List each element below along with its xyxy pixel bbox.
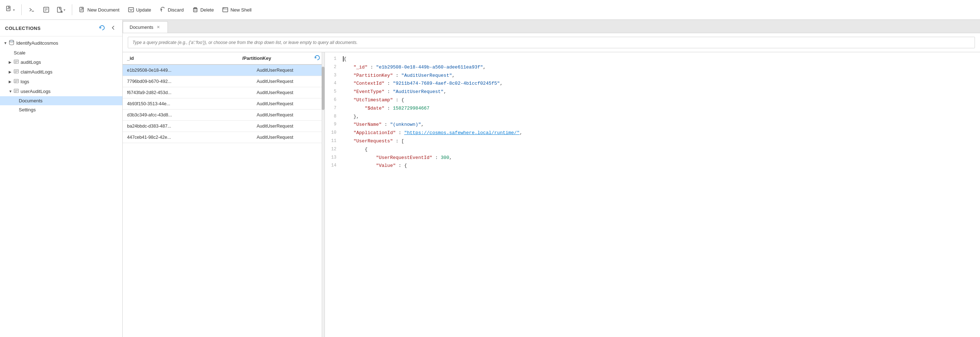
tree-item-settings[interactable]: Settings — [0, 105, 123, 114]
json-line-content: "UserName" : "(unknown)", — [342, 121, 980, 129]
json-line: 3 "PartitionKey" : "AuditUserRequest", — [325, 72, 980, 80]
content-area: Documents ✕ _id /PartitionKey — [123, 20, 980, 337]
update-btn[interactable]: Update — [124, 5, 155, 15]
json-line-content: "UserRequestEventId" : 300, — [342, 154, 980, 162]
json-line-content: "Value" : { — [342, 162, 980, 170]
doc-row[interactable]: d3b3c349-afcc-43d8... AuditUserRequest — [123, 109, 325, 121]
tree-label-userauditlogs: userAuditLogs — [21, 89, 51, 94]
expand-icon-settings — [14, 108, 19, 112]
tree-item-auditlogs[interactable]: ▶ auditLogs — [0, 57, 123, 67]
json-line-content: "_id" : "e1b29508-0e18-449b-a560-adee611… — [342, 64, 980, 71]
tree-item-logs[interactable]: ▶ logs — [0, 77, 123, 87]
doc-row[interactable]: 4b93f150-3513-44e... AuditUserRequest — [123, 98, 325, 109]
json-line: 4 "ContextId" : "9211b474-7689-4aef-8c02… — [325, 80, 980, 88]
new-document-icon — [6, 6, 12, 14]
svg-point-21 — [10, 40, 14, 42]
discard-btn[interactable]: Discard — [156, 5, 187, 15]
json-line-content: "$date" : 1582729984667 — [342, 105, 980, 112]
refresh-collections-btn[interactable] — [98, 24, 107, 32]
doc-row[interactable]: e1b29508-0e18-449... AuditUserRequest — [123, 65, 325, 76]
doc-list-header: _id /PartitionKey — [123, 52, 325, 65]
tree-item-userauditlogs[interactable]: ▼ userAuditLogs — [0, 87, 123, 96]
expand-icon-userauditlogs: ▼ — [9, 89, 14, 93]
query-input[interactable] — [128, 37, 975, 48]
collection-icon-auditlogs — [14, 59, 19, 65]
new-document-icon-group[interactable]: ▾ — [3, 3, 18, 16]
line-number: 12 — [325, 146, 342, 153]
expand-icon-scale — [9, 51, 14, 55]
json-line-content: "PartitionKey" : "AuditUserRequest", — [342, 72, 980, 80]
new-shell-btn[interactable]: New Shell — [219, 5, 255, 15]
export-icon-group[interactable]: ▾ — [54, 5, 68, 15]
json-line: 7 "$date" : 1582729984667 — [325, 104, 980, 113]
doc-cell-id: e1b29508-0e18-449... — [123, 68, 252, 73]
doc-cell-pk: AuditUserRequest — [252, 101, 325, 106]
json-line: 6 "UtcTimestamp" : { — [325, 96, 980, 104]
expand-icon-auditlogs: ▶ — [9, 60, 14, 64]
doc-cell-id: ba24bbdc-d383-487... — [123, 123, 252, 129]
doc-cell-pk: AuditUserRequest — [252, 123, 325, 129]
json-viewer[interactable]: 1{2 "_id" : "e1b29508-0e18-449b-a560-ade… — [325, 52, 980, 337]
tree-label-root: IdentifyAuditcosmos — [16, 40, 58, 46]
new-document-btn[interactable]: New Document — [76, 5, 123, 15]
sidebar-header: COLLECTIONS — [0, 20, 123, 36]
json-line-content: { — [342, 55, 980, 63]
tree-label-logs: logs — [21, 79, 29, 84]
sidebar: COLLECTIONS ▼ IdentifyAuditcosmos — [0, 20, 123, 337]
json-line-content: "ContextId" : "9211b474-7689-4aef-8c02-4… — [342, 80, 980, 88]
line-number: 10 — [325, 130, 342, 136]
import-btn[interactable] — [40, 5, 53, 15]
json-line-content: }, — [342, 113, 980, 121]
json-line: 8 }, — [325, 113, 980, 121]
close-tab-btn[interactable]: ✕ — [156, 25, 161, 30]
json-line-content: "ApplicationId" : "https://cosmos.safewh… — [342, 130, 980, 137]
tree-item-scale[interactable]: Scale — [0, 48, 123, 57]
svg-rect-13 — [129, 8, 134, 12]
sidebar-tree: ▼ IdentifyAuditcosmos Scale ▶ auditLogs — [0, 36, 123, 337]
doc-row[interactable]: 7796bd09-b670-492... AuditUserRequest — [123, 76, 325, 87]
documents-tab[interactable]: Documents ✕ — [123, 21, 168, 33]
line-number: 8 — [325, 113, 342, 120]
doc-cell-id: 447ceb41-98c2-42e... — [123, 135, 252, 140]
json-line: 13 "UserRequestEventId" : 300, — [325, 154, 980, 162]
tree-item-documents[interactable]: Documents — [0, 96, 123, 105]
tree-label-settings: Settings — [19, 107, 36, 112]
new-document-label: New Document — [88, 7, 119, 13]
line-number: 7 — [325, 105, 342, 112]
expand-icon-logs: ▶ — [9, 80, 14, 84]
expand-icon-claimauditlogs: ▶ — [9, 70, 14, 74]
json-line: 12 { — [325, 146, 980, 154]
line-number: 14 — [325, 162, 342, 169]
doc-list: _id /PartitionKey e1b29508-0e18-449... A… — [123, 52, 325, 337]
doc-cell-id: 7796bd09-b670-492... — [123, 79, 252, 84]
doc-row[interactable]: 447ceb41-98c2-42e... AuditUserRequest — [123, 132, 325, 143]
doc-cell-pk: AuditUserRequest — [252, 112, 325, 117]
delete-btn[interactable]: Delete — [189, 5, 218, 15]
doc-cell-id: f6743fa9-2d82-453d... — [123, 90, 252, 95]
doc-cell-pk: AuditUserRequest — [252, 135, 325, 140]
doc-cell-pk: AuditUserRequest — [252, 68, 325, 73]
expand-icon-root: ▼ — [3, 41, 9, 45]
collection-icon-userauditlogs — [14, 88, 19, 95]
scrollbar-thumb[interactable] — [321, 67, 325, 110]
json-line: 5 "EventType" : "AuditUserRequest", — [325, 88, 980, 96]
tree-item-root[interactable]: ▼ IdentifyAuditcosmos — [0, 38, 123, 48]
query-area — [123, 33, 980, 52]
collapse-sidebar-btn[interactable] — [109, 25, 117, 32]
line-number: 4 — [325, 80, 342, 87]
toolbar: ▾ ▾ New Document Update Discard Delete N… — [0, 0, 980, 20]
doc-cell-pk: AuditUserRequest — [252, 90, 325, 95]
doc-list-body: e1b29508-0e18-449... AuditUserRequest 77… — [123, 65, 325, 337]
svg-rect-14 — [194, 9, 197, 12]
json-line-content: { — [342, 146, 980, 153]
doc-row[interactable]: f6743fa9-2d82-453d... AuditUserRequest — [123, 87, 325, 98]
documents-tab-label: Documents — [130, 25, 153, 30]
expand-icon-documents — [14, 99, 19, 103]
open-shell-icon-btn[interactable] — [25, 5, 38, 15]
tree-item-claimauditlogs[interactable]: ▶ claimAuditLogs — [0, 67, 123, 77]
json-line-content: "UserRequests" : [ — [342, 138, 980, 145]
tree-label-claimauditlogs: claimAuditLogs — [21, 69, 52, 74]
col-header-pk: /PartitionKey — [238, 55, 310, 61]
doc-row[interactable]: ba24bbdc-d383-487... AuditUserRequest — [123, 121, 325, 132]
main-area: COLLECTIONS ▼ IdentifyAuditcosmos — [0, 20, 980, 337]
